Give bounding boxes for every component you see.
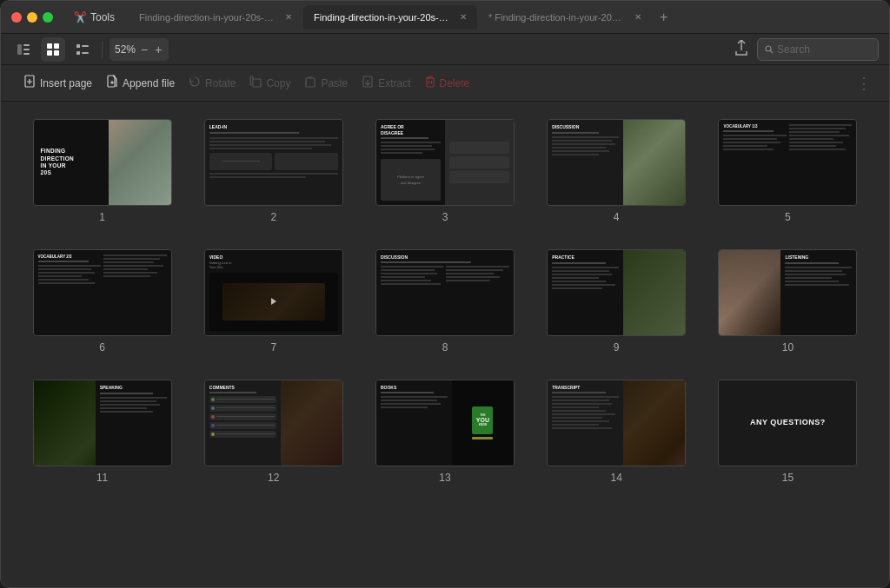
tab-3-label: * Finding-direction-in-your-20s-A4: [488, 12, 626, 23]
tools-label: Tools: [90, 11, 115, 23]
page-item-3[interactable]: AGREE ORDISAGREE Platform or agree and d…: [369, 119, 520, 223]
rotate-label: Rotate: [205, 77, 236, 89]
append-file-label: Append file: [123, 77, 175, 89]
tabs-container: Finding-direction-in-your-20s-Light ✕ Fi…: [129, 5, 879, 30]
new-tab-button[interactable]: +: [653, 10, 674, 25]
list-view-btn[interactable]: [70, 37, 95, 62]
insert-page-label: Insert page: [40, 77, 92, 89]
delete-btn[interactable]: Delete: [420, 72, 475, 94]
close-button[interactable]: [11, 12, 22, 23]
extract-icon: [362, 76, 374, 90]
page-num-11: 11: [96, 472, 108, 484]
page-item-2[interactable]: LEAD-IN: [198, 119, 349, 223]
copy-btn[interactable]: Copy: [244, 72, 296, 94]
paste-label: Paste: [321, 77, 348, 89]
page-thumb-9: PRACTICE: [547, 249, 686, 336]
page-item-14[interactable]: TRANSCRIPT: [541, 380, 692, 484]
page-num-12: 12: [268, 472, 279, 484]
page-item-6[interactable]: VOCABULARY 2/3: [27, 249, 177, 353]
page-thumb-13: BOOKS THE YOU KNOW: [375, 380, 515, 466]
divider-1: [102, 41, 103, 58]
sidebar-toggle[interactable]: [11, 37, 36, 62]
page-thumb-10: LISTENING: [718, 249, 857, 336]
page-num-6: 6: [99, 341, 105, 353]
page-actions-toolbar: Insert page Append file Rotate: [1, 65, 889, 102]
rotate-icon: [189, 76, 201, 90]
page-num-14: 14: [611, 472, 622, 484]
svg-rect-24: [427, 78, 434, 87]
share-button[interactable]: [731, 36, 752, 62]
svg-line-13: [771, 50, 774, 53]
svg-rect-4: [47, 43, 52, 49]
svg-rect-6: [47, 50, 52, 56]
page-num-3: 3: [442, 211, 448, 223]
page-num-1: 1: [99, 211, 105, 223]
page-item-7[interactable]: VIDEO Getting Lost inYour 20s 7: [198, 249, 349, 353]
page-item-8[interactable]: DISCUSSION: [369, 249, 520, 353]
tab-1-close[interactable]: ✕: [285, 12, 292, 22]
search-bar[interactable]: Search: [757, 38, 879, 61]
page-item-10[interactable]: LISTENING 10: [713, 249, 863, 353]
zoom-in-btn[interactable]: +: [153, 43, 163, 56]
page-thumb-11: SPEAKING: [33, 380, 172, 466]
svg-rect-5: [54, 43, 59, 49]
tools-menu[interactable]: ✂️ Tools: [67, 9, 122, 26]
page-thumb-12: COMMENTS: [204, 380, 343, 466]
extract-label: Extract: [378, 77, 410, 89]
insert-page-icon: [23, 75, 36, 91]
page-thumb-2: LEAD-IN: [204, 119, 343, 206]
page-item-1[interactable]: FINDINGDIRECTIONIN YOUR20S 1: [27, 119, 177, 223]
page-thumb-6: VOCABULARY 2/3: [33, 249, 172, 336]
tools-icon: ✂️: [74, 11, 87, 23]
page-thumb-1: FINDINGDIRECTIONIN YOUR20S: [33, 119, 172, 206]
page-num-2: 2: [270, 211, 276, 223]
extract-btn[interactable]: Extract: [356, 72, 415, 94]
more-options-btn[interactable]: ⋮: [856, 74, 872, 93]
grid-view-btn[interactable]: [41, 37, 65, 62]
page-num-15: 15: [782, 472, 794, 484]
page-item-11[interactable]: SPEAKING 11: [27, 380, 177, 484]
delete-label: Delete: [440, 77, 470, 89]
svg-rect-10: [76, 51, 80, 55]
tab-1-label: Finding-direction-in-your-20s-Light: [139, 12, 276, 23]
zoom-value: 52%: [115, 43, 136, 56]
page-item-15[interactable]: ANY QUESTIONS? 15: [713, 380, 863, 484]
tab-2[interactable]: Finding-direction-in-your-20s-Dark ✕: [303, 5, 477, 30]
maximize-button[interactable]: [43, 12, 53, 23]
tab-1[interactable]: Finding-direction-in-your-20s-Light ✕: [129, 5, 302, 30]
paste-icon: [304, 76, 316, 90]
page-item-9[interactable]: PRACTICE 9: [541, 249, 692, 353]
page-item-5[interactable]: VOCABULARY 1/3: [713, 119, 863, 223]
page-item-13[interactable]: BOOKS THE YOU KNOW: [369, 380, 520, 484]
minimize-button[interactable]: [27, 12, 37, 23]
paste-btn[interactable]: Paste: [299, 72, 353, 94]
page-num-8: 8: [442, 341, 448, 353]
page-thumb-3: AGREE ORDISAGREE Platform or agree and d…: [375, 119, 515, 206]
page-thumb-14: TRANSCRIPT: [547, 380, 686, 466]
rotate-btn[interactable]: Rotate: [183, 72, 241, 94]
slide15-text: ANY QUESTIONS?: [750, 418, 826, 428]
tab-3[interactable]: * Finding-direction-in-your-20s-A4 ✕: [478, 5, 652, 30]
tab-2-close[interactable]: ✕: [460, 12, 467, 22]
copy-label: Copy: [266, 77, 290, 89]
pages-content[interactable]: FINDINGDIRECTIONIN YOUR20S 1 LEAD-IN: [1, 102, 889, 587]
append-file-icon: [106, 75, 118, 91]
append-file-btn[interactable]: Append file: [101, 71, 180, 95]
tab-3-close[interactable]: ✕: [634, 12, 641, 22]
page-thumb-7: VIDEO Getting Lost inYour 20s: [204, 249, 343, 336]
page-num-13: 13: [439, 472, 450, 484]
insert-page-btn[interactable]: Insert page: [18, 71, 97, 95]
page-thumb-8: DISCUSSION: [375, 249, 515, 336]
page-item-12[interactable]: COMMENTS: [198, 380, 349, 484]
svg-rect-8: [76, 44, 80, 48]
page-num-4: 4: [614, 211, 620, 223]
page-thumb-5: VOCABULARY 1/3: [718, 119, 857, 206]
zoom-out-btn[interactable]: −: [139, 43, 149, 56]
page-item-4[interactable]: DISCUSSION 4: [541, 119, 692, 223]
zoom-control: 52% − +: [110, 38, 169, 61]
page-num-5: 5: [785, 211, 791, 223]
svg-rect-9: [82, 45, 89, 47]
view-toolbar: 52% − + Search: [1, 34, 889, 65]
page-thumb-4: DISCUSSION: [547, 119, 686, 206]
svg-rect-2: [23, 49, 30, 50]
